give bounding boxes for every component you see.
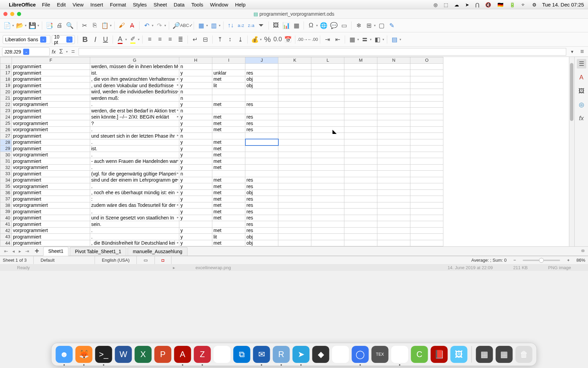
cell-F41[interactable]: programmiert xyxy=(12,221,90,228)
cell-L42[interactable] xyxy=(311,227,344,234)
cell-I18[interactable]: met xyxy=(212,76,245,82)
cell-F23[interactable]: programmiert xyxy=(12,108,90,114)
flag-icon[interactable]: 🇩🇪 xyxy=(497,2,503,7)
styles-panel-icon[interactable]: A xyxy=(577,73,586,82)
cell-I38[interactable]: met xyxy=(212,202,245,209)
row-header-38[interactable]: 38 xyxy=(0,202,12,209)
cell-L35[interactable] xyxy=(311,183,344,190)
freeze-icon[interactable]: ❄ xyxy=(354,21,363,30)
split-icon[interactable]: ⊞ xyxy=(364,21,373,30)
cell-N40[interactable] xyxy=(377,215,410,221)
tab-next[interactable]: ▸ xyxy=(17,248,22,254)
dock-excel[interactable]: X xyxy=(135,346,152,363)
row-header-24[interactable]: 24 xyxy=(0,114,12,120)
cell-J20[interactable] xyxy=(245,89,278,95)
cell-O22[interactable] xyxy=(410,101,443,108)
cell-M33[interactable] xyxy=(344,171,377,177)
paste-icon[interactable]: 📋 xyxy=(100,21,109,30)
pivot-icon[interactable]: ▦ xyxy=(292,21,301,30)
cell-J23[interactable] xyxy=(245,108,278,114)
new-icon[interactable]: 📄 xyxy=(3,21,12,30)
cell-L39[interactable] xyxy=(311,209,344,215)
cell-L23[interactable] xyxy=(311,108,344,114)
row-header-23[interactable]: 23 xyxy=(0,108,12,114)
cell-M34[interactable] xyxy=(344,177,377,183)
cell-O34[interactable] xyxy=(410,177,443,183)
row-header-42[interactable]: 42 xyxy=(0,227,12,234)
cell-O38[interactable] xyxy=(410,202,443,209)
cell-N20[interactable] xyxy=(377,89,410,95)
cell-F40[interactable]: programmiert xyxy=(12,215,90,221)
language[interactable]: English (USA) xyxy=(102,256,137,264)
dock-finder[interactable]: ☻ xyxy=(56,346,73,363)
dock-zotero[interactable]: Z xyxy=(194,346,211,363)
row-header-22[interactable]: 22 xyxy=(0,101,12,108)
row-header-36[interactable]: 36 xyxy=(0,189,12,196)
cell-F29[interactable]: programmiert xyxy=(12,145,90,152)
cell-M22[interactable] xyxy=(344,101,377,108)
cell-K24[interactable] xyxy=(278,114,311,120)
valign-top-icon[interactable]: ⤒ xyxy=(215,35,224,44)
cell-L27[interactable] xyxy=(311,133,344,139)
cell-N29[interactable] xyxy=(377,145,410,152)
cell-L30[interactable] xyxy=(311,152,344,158)
cell-G29[interactable]: ist. xyxy=(90,145,179,152)
cell-F26[interactable]: vorprogrammiert xyxy=(12,126,90,133)
dock-rstudio[interactable]: R xyxy=(273,346,290,363)
cell-J40[interactable]: res xyxy=(245,215,278,221)
cell-G32[interactable]: . xyxy=(90,164,179,171)
cell-H17[interactable]: y xyxy=(179,70,212,76)
cell-K39[interactable] xyxy=(278,209,311,215)
image-icon[interactable]: 🖼 xyxy=(272,21,280,30)
telegram-icon[interactable]: ➤ xyxy=(465,2,469,7)
cell-N39[interactable] xyxy=(377,209,410,215)
cell-G35[interactable]: . xyxy=(90,183,179,190)
cell-G22[interactable]: . xyxy=(90,101,179,108)
dock-signal[interactable]: ◯ xyxy=(352,346,369,363)
cell-M20[interactable] xyxy=(344,89,377,95)
sheet-tab-0[interactable]: Sheet1 xyxy=(43,247,68,256)
cell-F43[interactable]: programmiert xyxy=(12,234,90,240)
page-style[interactable]: Default xyxy=(40,256,95,264)
align-right-icon[interactable]: ≡ xyxy=(166,35,175,44)
font-color-icon[interactable]: A xyxy=(116,35,125,44)
cell-F37[interactable]: programmiert xyxy=(12,196,90,202)
cloud-icon[interactable]: ☁ xyxy=(454,2,459,7)
date-icon[interactable]: 📅 xyxy=(283,35,292,44)
cell-L28[interactable] xyxy=(311,139,344,145)
cell-G40[interactable]: und in Szene gesetzt von staatlichen In xyxy=(90,215,179,221)
cell-O35[interactable] xyxy=(410,183,443,190)
cell-L38[interactable] xyxy=(311,202,344,209)
cell-O33[interactable] xyxy=(410,171,443,177)
cell-L26[interactable] xyxy=(311,126,344,133)
cell-L32[interactable] xyxy=(311,164,344,171)
cell-K38[interactable] xyxy=(278,202,311,209)
dock-libreoffice[interactable]: ▭ xyxy=(391,346,408,363)
cell-N32[interactable] xyxy=(377,164,410,171)
cell-F32[interactable]: vorprogrammiert xyxy=(12,164,90,171)
cell-O19[interactable] xyxy=(410,82,443,89)
cell-H19[interactable]: y xyxy=(179,82,212,89)
dock-bitwarden[interactable]: B xyxy=(332,346,349,363)
cell-H43[interactable]: y xyxy=(179,234,212,240)
fx-icon[interactable]: fx xyxy=(52,49,56,55)
italic-icon[interactable]: I xyxy=(91,35,100,44)
cell-J34[interactable]: res xyxy=(245,177,278,183)
cut-icon[interactable]: ✂ xyxy=(80,21,89,30)
print-preview-icon[interactable]: 🔍 xyxy=(65,21,74,30)
col-header-K[interactable]: K xyxy=(278,57,311,64)
menu-file[interactable]: File xyxy=(42,2,50,7)
dock-powerpoint[interactable]: P xyxy=(154,346,172,363)
row-icon[interactable]: ▦ xyxy=(197,21,206,30)
cell-J42[interactable]: res xyxy=(245,227,278,234)
redo-icon[interactable]: ↷ xyxy=(155,21,164,30)
cell-M31[interactable] xyxy=(344,158,377,165)
cell-L22[interactable] xyxy=(311,101,344,108)
cell-H33[interactable]: n xyxy=(179,171,212,177)
cell-O39[interactable] xyxy=(410,209,443,215)
cell-N25[interactable] xyxy=(377,120,410,127)
cell-L44[interactable] xyxy=(311,240,344,246)
cell-H18[interactable]: y xyxy=(179,76,212,82)
cell-G34[interactable]: sind und der einem im Lehrprogramm ge xyxy=(90,177,179,183)
menu-view[interactable]: View xyxy=(72,2,83,7)
